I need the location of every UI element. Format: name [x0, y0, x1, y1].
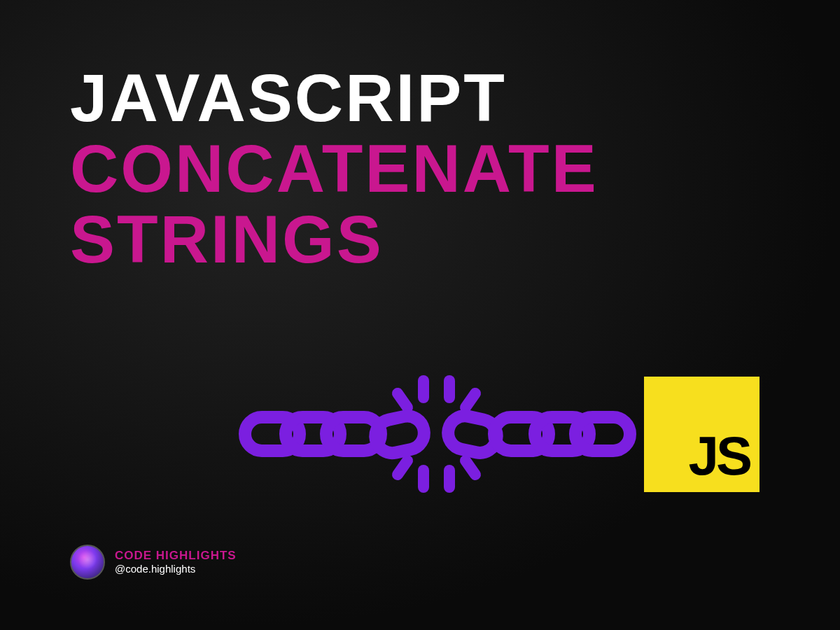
svg-line-9 — [398, 461, 407, 475]
javascript-logo: JS — [644, 377, 760, 492]
svg-line-6 — [465, 393, 475, 407]
title-line-1: JAVASCRIPT — [70, 63, 770, 134]
illustration-row: JS — [238, 371, 760, 497]
chain-illustration — [238, 371, 637, 497]
footer-text: CODE HIGHLIGHTS @code.highlights — [115, 549, 237, 575]
svg-line-10 — [465, 461, 475, 475]
social-handle: @code.highlights — [115, 563, 237, 575]
chain-icon — [238, 371, 637, 497]
main-title: JAVASCRIPT CONCATENATE STRINGS — [70, 63, 770, 274]
title-line-2: CONCATENATE — [70, 134, 770, 204]
js-badge-text: JS — [689, 424, 750, 488]
content-area: JAVASCRIPT CONCATENATE STRINGS — [0, 0, 840, 630]
footer-attribution: CODE HIGHLIGHTS @code.highlights — [70, 545, 237, 580]
brand-name: CODE HIGHLIGHTS — [115, 549, 237, 563]
title-line-3: STRINGS — [70, 204, 770, 275]
svg-line-5 — [398, 393, 407, 407]
svg-rect-11 — [372, 413, 427, 456]
avatar — [70, 545, 105, 580]
chain-break-burst-icon — [398, 381, 475, 487]
